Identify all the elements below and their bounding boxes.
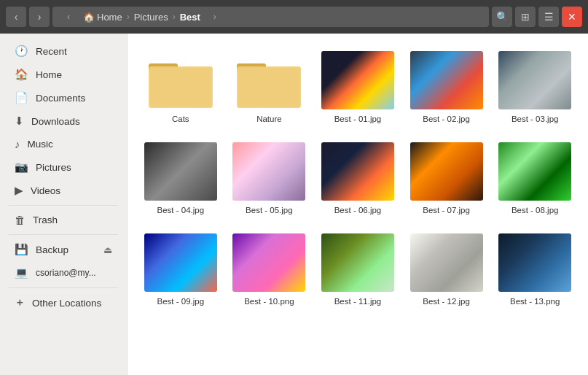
folder-nature-label: Nature (256, 114, 282, 125)
file-best-09[interactable]: Best - 09.jpg (139, 228, 222, 313)
file-best-13-thumb (498, 233, 571, 292)
trash-icon: 🗑 (15, 214, 26, 226)
sidebar-label-recent: Recent (36, 46, 112, 57)
breadcrumb-pictures[interactable]: Pictures (134, 12, 168, 23)
breadcrumb-sep-1: › (127, 12, 130, 22)
sidebar-item-other-locations[interactable]: ＋ Other Locations (3, 291, 124, 314)
breadcrumb: ‹ 🏠Home › Pictures › Best › (52, 7, 489, 27)
file-best-03[interactable]: Best - 03.jpg (493, 45, 576, 131)
file-best-10-thumb (232, 233, 305, 292)
file-best-11-thumb (321, 233, 394, 292)
search-button[interactable]: 🔍 (492, 7, 512, 27)
svg-rect-3 (150, 68, 211, 107)
svg-rect-7 (238, 68, 299, 107)
file-best-01-thumb (321, 51, 394, 109)
file-best-12-thumb (410, 233, 483, 292)
sidebar-label-documents: Documents (36, 93, 112, 104)
file-best-05-label: Best - 05.jpg (246, 205, 293, 216)
sidebar-item-pictures[interactable]: 📷 Pictures (3, 155, 124, 179)
home-icon: 🏠 (15, 68, 28, 81)
file-best-07-label: Best - 07.jpg (423, 205, 470, 216)
breadcrumb-left-button[interactable]: ‹ (58, 7, 79, 27)
sidebar-label-music: Music (28, 139, 113, 150)
backup-icon: 💾 (15, 243, 28, 256)
sidebar-label-account: csoriano@my... (36, 268, 96, 278)
sidebar-item-trash[interactable]: 🗑 Trash (3, 209, 124, 231)
titlebar: ‹ › ‹ 🏠Home › Pictures › Best › 🔍 ⊞ ☰ ✕ (0, 0, 588, 34)
sidebar-divider-3 (9, 287, 118, 288)
folder-cats[interactable]: Cats (139, 45, 222, 131)
sidebar-label-videos: Videos (31, 185, 112, 196)
recent-icon: 🕐 (15, 45, 28, 58)
sidebar-item-recent[interactable]: 🕐 Recent (3, 39, 124, 63)
file-best-02[interactable]: Best - 02.jpg (405, 45, 488, 131)
file-best-10[interactable]: Best - 10.png (228, 228, 311, 313)
breadcrumb-home[interactable]: 🏠Home (83, 12, 122, 23)
videos-icon: ▶ (15, 184, 23, 197)
file-best-04-label: Best - 04.jpg (157, 205, 205, 216)
folder-cats-thumb (144, 51, 217, 109)
file-best-09-thumb (144, 233, 217, 292)
file-best-02-thumb (410, 51, 483, 109)
titlebar-actions: 🔍 ⊞ ☰ ✕ (492, 7, 582, 27)
sidebar-item-videos[interactable]: ▶ Videos (3, 179, 124, 202)
file-best-13-label: Best - 13.png (510, 296, 560, 307)
close-button[interactable]: ✕ (562, 7, 582, 27)
sidebar-item-music[interactable]: ♪ Music (3, 133, 124, 155)
file-best-11[interactable]: Best - 11.jpg (316, 228, 399, 313)
pictures-icon: 📷 (15, 161, 28, 174)
sidebar-item-home[interactable]: 🏠 Home (3, 63, 124, 86)
sidebar-item-documents[interactable]: 📄 Documents (3, 86, 124, 109)
folder-cats-svg (149, 53, 213, 108)
file-best-13[interactable]: Best - 13.png (493, 228, 576, 313)
add-location-icon: ＋ (15, 296, 25, 309)
file-best-01[interactable]: Best - 01.jpg (316, 45, 399, 131)
file-best-08-label: Best - 08.jpg (511, 205, 559, 216)
file-best-04[interactable]: Best - 04.jpg (139, 136, 222, 222)
file-best-06[interactable]: Best - 06.jpg (316, 136, 399, 222)
forward-button[interactable]: › (29, 7, 50, 27)
sidebar-item-downloads[interactable]: ⬇ Downloads (3, 109, 124, 133)
breadcrumb-best[interactable]: Best (180, 12, 200, 23)
file-best-01-label: Best - 01.jpg (334, 114, 382, 125)
folder-nature[interactable]: Nature (228, 45, 311, 131)
back-button[interactable]: ‹ (6, 7, 26, 27)
music-icon: ♪ (15, 138, 20, 150)
file-best-07-thumb (410, 142, 483, 201)
sidebar-item-account[interactable]: 💻 csoriano@my... (3, 261, 124, 285)
folder-cats-label: Cats (172, 114, 189, 125)
file-best-02-label: Best - 02.jpg (423, 114, 470, 125)
sidebar-label-downloads: Downloads (31, 116, 112, 127)
account-icon: 💻 (15, 266, 28, 279)
file-best-05[interactable]: Best - 05.jpg (228, 136, 311, 222)
sidebar-label-pictures: Pictures (36, 162, 112, 173)
downloads-icon: ⬇ (15, 115, 24, 128)
file-best-05-thumb (232, 142, 305, 201)
breadcrumb-right-button[interactable]: › (205, 7, 225, 27)
sidebar-divider-2 (9, 234, 118, 235)
eject-icon[interactable]: ⏏ (103, 244, 112, 255)
sidebar-divider-1 (9, 205, 118, 206)
menu-button[interactable]: ☰ (538, 7, 559, 27)
sidebar-item-backup[interactable]: 💾 Backup ⏏ (3, 238, 124, 261)
sidebar-label-trash: Trash (33, 214, 112, 225)
file-browser-content: Cats Nature Best - 01.jpg (128, 34, 588, 375)
sidebar-label-other-locations: Other Locations (32, 298, 112, 309)
file-best-10-label: Best - 10.png (244, 296, 294, 307)
file-best-12-label: Best - 12.jpg (423, 296, 470, 307)
file-best-06-thumb (321, 142, 394, 201)
file-best-11-label: Best - 11.jpg (334, 296, 382, 307)
file-grid: Cats Nature Best - 01.jpg (139, 45, 576, 313)
sidebar-label-backup: Backup (36, 244, 96, 255)
folder-nature-thumb (232, 51, 305, 109)
breadcrumb-sep-2: › (173, 12, 176, 22)
folder-nature-svg (237, 53, 301, 108)
main-area: 🕐 Recent 🏠 Home 📄 Documents ⬇ Downloads … (0, 34, 588, 375)
file-best-04-thumb (144, 142, 217, 201)
file-best-03-label: Best - 03.jpg (511, 114, 559, 125)
file-best-06-label: Best - 06.jpg (334, 205, 382, 216)
view-toggle-button[interactable]: ⊞ (515, 7, 536, 27)
file-best-07[interactable]: Best - 07.jpg (405, 136, 488, 222)
file-best-12[interactable]: Best - 12.jpg (405, 228, 488, 313)
file-best-08[interactable]: Best - 08.jpg (493, 136, 576, 222)
